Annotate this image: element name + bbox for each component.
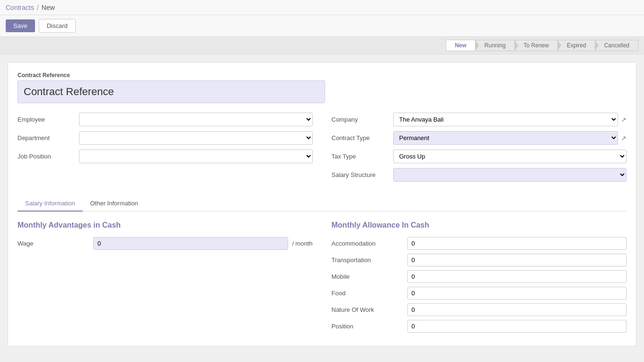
mobile-input[interactable] — [407, 270, 627, 283]
right-fields: Company The Anvaya Bali ↗ Contract Type … — [332, 113, 627, 186]
action-bar: Save Discard — [0, 15, 644, 37]
contract-type-external-link-icon[interactable]: ↗ — [621, 134, 626, 142]
monthly-advantages-section: Monthly Advantages in Cash Wage / month — [18, 221, 313, 336]
nature-of-work-field — [407, 303, 627, 316]
nature-of-work-row: Nature Of Work — [332, 303, 627, 316]
tab-salary-information[interactable]: Salary Information — [18, 196, 83, 212]
tax-type-row: Tax Type Gross Up — [332, 150, 627, 163]
salary-structure-label: Salary Structure — [332, 171, 393, 178]
company-select[interactable]: The Anvaya Bali — [393, 113, 618, 126]
transportation-label: Transportation — [332, 256, 407, 264]
monthly-allowance-title: Monthly Allowance In Cash — [332, 221, 627, 230]
contract-type-select[interactable]: Permanent — [393, 131, 618, 145]
wage-suffix: / month — [292, 240, 312, 247]
breadcrumb-parent[interactable]: Contracts — [6, 4, 34, 11]
nature-of-work-label: Nature Of Work — [332, 306, 407, 313]
company-row: Company The Anvaya Bali ↗ — [332, 113, 627, 126]
company-label: Company — [332, 116, 393, 123]
monthly-allowance-section: Monthly Allowance In Cash Accommodation … — [332, 221, 627, 336]
employee-row: Employee — [18, 113, 313, 126]
food-label: Food — [332, 290, 407, 297]
contract-type-label: Contract Type — [332, 134, 393, 141]
salary-structure-field — [393, 168, 627, 182]
breadcrumb: Contracts / New — [6, 4, 55, 11]
breadcrumb-separator: / — [37, 4, 39, 11]
contract-reference-input[interactable] — [18, 80, 325, 103]
employee-field — [79, 113, 313, 126]
food-input[interactable] — [407, 287, 627, 300]
left-fields: Employee Department — [18, 113, 313, 186]
job-position-label: Job Position — [18, 153, 79, 160]
salary-structure-row: Salary Structure — [332, 168, 627, 182]
wage-label: Wage — [18, 240, 93, 247]
status-running[interactable]: Running — [476, 40, 515, 51]
accommodation-row: Accommodation — [332, 237, 627, 250]
transportation-row: Transportation — [332, 254, 627, 266]
main-content: Contract Reference Employee Department — [0, 54, 644, 354]
salary-info-grid: Monthly Advantages in Cash Wage / month … — [18, 221, 626, 336]
form-card: Contract Reference Employee Department — [8, 62, 636, 346]
tax-type-field: Gross Up — [393, 150, 627, 163]
company-external-link-icon[interactable]: ↗ — [621, 116, 626, 124]
tab-other-information[interactable]: Other Information — [83, 196, 146, 212]
position-row: Position — [332, 320, 627, 333]
breadcrumb-bar: Contracts / New — [0, 0, 644, 15]
contract-reference-label: Contract Reference — [18, 72, 626, 79]
status-expired[interactable]: Expired — [558, 40, 595, 51]
salary-structure-select[interactable] — [393, 168, 627, 182]
company-field: The Anvaya Bali ↗ — [393, 113, 627, 126]
job-position-row: Job Position — [18, 150, 313, 163]
position-input[interactable] — [407, 320, 627, 333]
form-fields-grid: Employee Department — [18, 113, 626, 186]
food-row: Food — [332, 287, 627, 300]
food-field — [407, 287, 627, 300]
department-select[interactable] — [79, 131, 313, 145]
tax-type-label: Tax Type — [332, 153, 393, 160]
department-row: Department — [18, 131, 313, 145]
contract-type-row: Contract Type Permanent ↗ — [332, 131, 627, 145]
employee-select[interactable] — [79, 113, 313, 126]
employee-label: Employee — [18, 116, 79, 123]
job-position-field — [79, 150, 313, 163]
job-position-select[interactable] — [79, 150, 313, 163]
wage-field: / month — [93, 237, 313, 250]
wage-row: Wage / month — [18, 237, 313, 250]
save-button[interactable]: Save — [6, 19, 35, 32]
department-field — [79, 131, 313, 145]
mobile-field — [407, 270, 627, 283]
status-new[interactable]: New — [446, 40, 476, 51]
position-field — [407, 320, 627, 333]
accommodation-field — [407, 237, 627, 250]
department-label: Department — [18, 134, 79, 141]
contract-type-field: Permanent ↗ — [393, 131, 627, 145]
tabs-bar: Salary Information Other Information — [18, 196, 626, 212]
wage-input[interactable] — [93, 237, 288, 250]
contract-reference-section: Contract Reference — [18, 72, 626, 113]
transportation-field — [407, 254, 627, 266]
accommodation-label: Accommodation — [332, 240, 407, 247]
position-label: Position — [332, 323, 407, 330]
mobile-row: Mobile — [332, 270, 627, 283]
status-cancelled[interactable]: Cancelled — [595, 40, 638, 51]
accommodation-input[interactable] — [407, 237, 627, 250]
monthly-advantages-title: Monthly Advantages in Cash — [18, 221, 313, 230]
breadcrumb-current: New — [42, 4, 55, 11]
nature-of-work-input[interactable] — [407, 303, 627, 316]
mobile-label: Mobile — [332, 273, 407, 280]
transportation-input[interactable] — [407, 254, 627, 266]
tax-type-select[interactable]: Gross Up — [393, 150, 627, 163]
status-to-renew[interactable]: To Renew — [515, 40, 558, 51]
discard-button[interactable]: Discard — [39, 19, 76, 33]
status-bar: New Running To Renew Expired Cancelled — [0, 37, 644, 54]
